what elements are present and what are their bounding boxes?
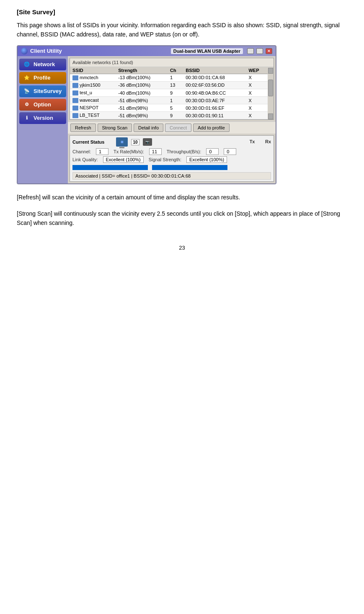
sidebar-label-version: Version: [34, 115, 53, 121]
link-quality-label: Link Quality:: [72, 157, 98, 162]
detail-info-button[interactable]: Detail info: [134, 124, 163, 132]
adapter-label[interactable]: Dual-band WLAN USB Adapter: [171, 48, 243, 54]
network-list-panel: Available networks (11 found) SSID Stren…: [70, 58, 274, 120]
main-panel: Available networks (11 found) SSID Stren…: [68, 56, 276, 184]
sidebar-label-sitesurvey: SiteSurvey: [34, 88, 62, 94]
cell-ssid: NESPOT: [70, 104, 116, 112]
window-titlebar: Client Utility Dual-band WLAN USB Adapte…: [18, 46, 276, 56]
rx-label: Rx: [265, 139, 271, 144]
close-button[interactable]: ✕: [266, 48, 272, 54]
cell-wep: X: [246, 97, 268, 104]
profile-icon: ⭐: [23, 74, 31, 82]
scroll-thumb[interactable]: [268, 80, 273, 96]
sidebar-item-version[interactable]: ℹ Version: [19, 112, 66, 124]
col-bssid: BSSID: [183, 67, 246, 74]
cell-ssid: yjkim1500: [70, 81, 116, 89]
scrollbar[interactable]: [268, 67, 274, 120]
client-utility-window: Client Utility Dual-band WLAN USB Adapte…: [17, 45, 276, 185]
refresh-button[interactable]: Refresh: [70, 124, 96, 132]
cell-ssid: mmctech: [70, 74, 116, 81]
col-wep: WEP: [246, 67, 268, 74]
option-icon: ⚙: [23, 101, 31, 108]
connect-button[interactable]: Connect: [165, 124, 191, 132]
network-table: SSID Strength Ch BSSID WEP mmctech -13 d…: [70, 67, 268, 120]
cell-wep: X: [246, 81, 268, 89]
cell-wep: X: [246, 112, 268, 119]
sidebar-item-sitesurvey[interactable]: 📡 SiteSurvey: [19, 85, 66, 97]
cell-ch: 1: [168, 97, 183, 104]
table-row[interactable]: yjkim1500 -36 dBm(100%) 13 00:02:6F:03:5…: [70, 81, 268, 89]
strong-scan-button[interactable]: Strong Scan: [98, 124, 132, 132]
maximize-button[interactable]: □: [256, 48, 263, 54]
cell-ch: 1: [168, 74, 183, 81]
window-title: Client Utility: [30, 48, 62, 54]
cell-strength: -40 dBm(100%): [116, 89, 168, 96]
sidebar-item-network[interactable]: 🌐 Network: [19, 59, 66, 70]
progress-bars-row: [72, 164, 271, 171]
signal-strength-label: Signal Strength:: [149, 157, 181, 162]
table-row[interactable]: NESPOT -51 dBm(98%) 5 00:30:0D:01:66:EF …: [70, 104, 268, 112]
channel-value: 1: [96, 148, 108, 155]
sidebar-item-option[interactable]: ⚙ Option: [19, 99, 66, 111]
cell-strength: -36 dBm(100%): [116, 81, 168, 89]
table-row[interactable]: test_u -40 dBm(100%) 9 00:90:4B:0A:B6:CC…: [70, 89, 268, 96]
cell-ssid: test_u: [70, 89, 116, 96]
tx-rate-value: 11: [149, 148, 162, 155]
cell-wep: X: [246, 74, 268, 81]
tx-rate-label: Tx Rate(Mb/s):: [114, 149, 144, 154]
table-row[interactable]: wavecast -51 dBm(98%) 1 00:30:0D:03:AE:7…: [70, 97, 268, 104]
cell-ch: 5: [168, 104, 183, 112]
sitesurvey-icon: 📡: [23, 88, 31, 95]
network-row-icon: [72, 98, 78, 103]
cell-bssid: 00:30:0D:01:90:11: [183, 112, 246, 119]
add-to-profile-button[interactable]: Add to profile: [193, 124, 230, 132]
page-title: [Site Survey]: [17, 8, 347, 15]
throughput-label: Throughput(B/s):: [167, 149, 201, 154]
scroll-down-arrow[interactable]: [268, 114, 273, 119]
sidebar-label-network: Network: [34, 61, 55, 67]
sidebar-label-profile: Profile: [34, 75, 50, 81]
channel-row: Channel: 1 Tx Rate(Mb/s): 11 Throughput(…: [72, 148, 271, 155]
minimize-button[interactable]: _: [247, 48, 254, 54]
tx-rx-labels: Tx Rx: [155, 139, 271, 144]
refresh-description: [Refresh] will scan the vicinity of a ce…: [17, 193, 347, 202]
cell-wep: X: [246, 89, 268, 96]
cell-bssid: 00:30:0D:01:CA:68: [183, 74, 246, 81]
cell-bssid: 00:30:0D:03:AE:7F: [183, 97, 246, 104]
cell-bssid: 00:30:0D:01:66:EF: [183, 104, 246, 112]
table-header-row: SSID Strength Ch BSSID WEP: [70, 67, 268, 74]
sidebar-label-option: Option: [34, 101, 51, 108]
page-description: This page shows a list of SSIDs in your …: [17, 21, 347, 39]
cell-ssid: wavecast: [70, 97, 116, 104]
tx-label: Tx: [250, 139, 255, 144]
network-table-scroll[interactable]: SSID Strength Ch BSSID WEP mmctech -13 d…: [70, 67, 268, 120]
sidebar: 🌐 Network ⭐ Profile 📡 SiteSurvey ⚙ Optio…: [18, 56, 68, 184]
channel-label: Channel:: [72, 149, 91, 154]
table-row[interactable]: mmctech -13 dBm(100%) 1 00:30:0D:01:CA:6…: [70, 74, 268, 81]
scroll-up-arrow[interactable]: [268, 68, 273, 74]
network-row-icon: [72, 90, 78, 95]
table-row[interactable]: LB_TEST -51 dBm(98%) 9 00:30:0D:01:90:11…: [70, 112, 268, 119]
cell-bssid: 00:90:4B:0A:B6:CC: [183, 89, 246, 96]
throughput-tx: 0: [206, 148, 219, 155]
sidebar-item-profile[interactable]: ⭐ Profile: [19, 72, 66, 84]
rx-progress-bar: [152, 165, 227, 170]
cell-strength: -51 dBm(98%): [116, 97, 168, 104]
camera-icon: 📷: [143, 138, 152, 146]
quality-row: Link Quality: Excellent (100%) Signal St…: [72, 156, 271, 163]
monitor-icon: ▣: [116, 137, 128, 147]
throughput-rx: 0: [224, 148, 236, 155]
col-strength: Strength: [116, 67, 168, 74]
col-ssid: SSID: [70, 67, 116, 74]
cell-bssid: 00:02:6F:03:56:DD: [183, 81, 246, 89]
associated-status: Associated | SSID= office1 | BSSID= 00:3…: [72, 172, 271, 180]
version-icon: ℹ: [23, 114, 31, 122]
tx-progress-bar: [72, 165, 148, 170]
cell-strength: -51 dBm(98%): [116, 112, 168, 119]
cell-ch: 9: [168, 112, 183, 119]
cell-ch: 13: [168, 81, 183, 89]
network-icon: 🌐: [23, 61, 31, 68]
cell-wep: X: [246, 104, 268, 112]
network-row-icon: [72, 106, 78, 111]
page-number: 23: [17, 245, 347, 251]
